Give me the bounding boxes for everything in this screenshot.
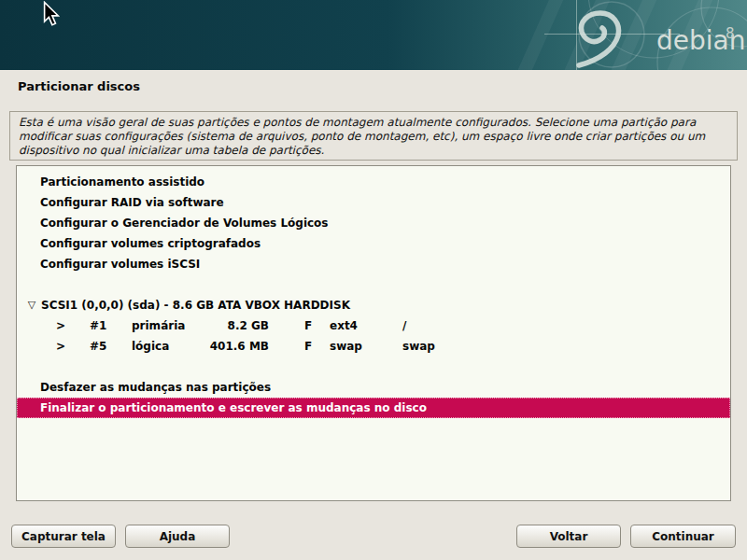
spacer-row (17, 357, 730, 377)
list-item-configure-iscsi[interactable]: Configurar volumes iSCSI (17, 254, 730, 274)
chevron-icon: > (56, 336, 67, 357)
list-item-undo-changes[interactable]: Desfazer as mudanças nas partições (17, 377, 730, 398)
banner-graphic: debian 8 (0, 0, 747, 70)
partition-list[interactable]: Particionamento assistido Configurar RAI… (16, 165, 731, 501)
partition-format-flag: F (304, 336, 317, 357)
expander-open-icon[interactable]: ▽ (24, 295, 39, 315)
continue-button[interactable]: Continuar (630, 525, 736, 548)
list-item-configure-lvm[interactable]: Configurar o Gerenciador de Volumes Lógi… (17, 213, 730, 233)
debian-banner: debian 8 (0, 0, 747, 70)
partition-number: #5 (90, 336, 118, 357)
intro-text: Esta é uma visão geral de suas partições… (19, 116, 705, 157)
page-title: Particionar discos (18, 79, 140, 93)
partition-mountpoint: / (402, 315, 477, 336)
screenshot-button[interactable]: Capturar tela (11, 525, 116, 548)
partition-format-flag: F (304, 315, 317, 336)
list-item-finish-partitioning[interactable]: Finalizar o particionamento e escrever a… (17, 398, 730, 418)
debian-version: 8 (726, 25, 735, 42)
chevron-icon: > (56, 315, 67, 336)
mouse-cursor-icon (43, 1, 60, 27)
intro-description: Esta é uma visão geral de suas partições… (9, 111, 738, 161)
partition-size: 401.6 MB (185, 336, 269, 357)
list-item-configure-raid[interactable]: Configurar RAID via software (17, 192, 730, 213)
partition-filesystem: swap (330, 336, 389, 357)
list-item-configure-crypto[interactable]: Configurar volumes criptografados (17, 233, 730, 254)
partition-row-5[interactable]: > #5 lógica 401.6 MB F swap swap (17, 336, 730, 357)
partition-mountpoint: swap (402, 336, 477, 357)
back-button[interactable]: Voltar (516, 525, 621, 548)
partition-row-1[interactable]: > #1 primária 8.2 GB F ext4 / (17, 315, 730, 336)
list-item-guided-partitioning[interactable]: Particionamento assistido (17, 172, 730, 192)
partition-number: #1 (90, 315, 118, 336)
partition-filesystem: ext4 (330, 315, 389, 336)
help-button[interactable]: Ajuda (125, 525, 230, 548)
disk-row[interactable]: ▽ SCSI1 (0,0,0) (sda) - 8.6 GB ATA VBOX … (17, 295, 730, 315)
spacer-row (17, 274, 730, 295)
disk-label: SCSI1 (0,0,0) (sda) - 8.6 GB ATA VBOX HA… (41, 295, 350, 315)
partition-size: 8.2 GB (185, 315, 269, 336)
